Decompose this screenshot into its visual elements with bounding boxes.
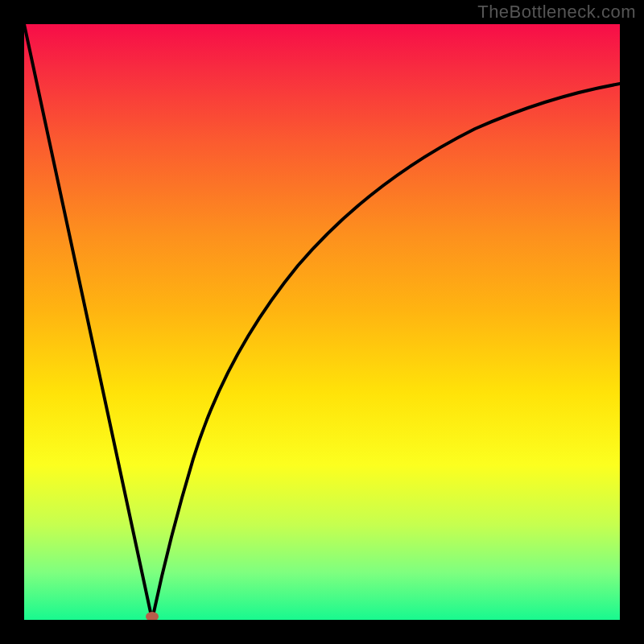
curve-right-segment: [152, 84, 620, 620]
curve-left-segment: [24, 24, 152, 620]
bottleneck-curve: [24, 24, 620, 620]
watermark-text: TheBottleneck.com: [477, 2, 636, 23]
plot-area: [24, 24, 620, 620]
valley-marker-dot: [146, 612, 159, 620]
chart-frame: TheBottleneck.com: [0, 0, 644, 644]
